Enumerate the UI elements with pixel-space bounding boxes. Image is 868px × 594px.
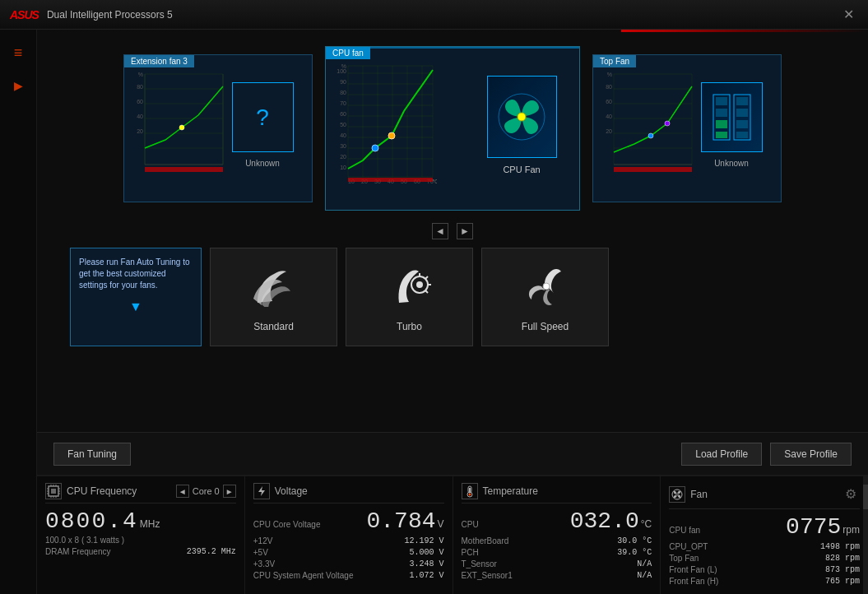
fan-row-value: 828 rpm (825, 554, 860, 563)
fan-row-value: 1498 rpm (820, 542, 860, 551)
standard-mode-label: Standard (253, 321, 294, 332)
voltage-row: +5V5.000 V (253, 548, 444, 557)
voltage-row-label: +12V (253, 536, 273, 545)
svg-text:50: 50 (340, 122, 346, 128)
dram-freq-label: DRAM Frequency (45, 547, 110, 556)
cpu-core-voltage-value-area: 0.784 V (366, 508, 443, 534)
load-profile-button[interactable]: Load Profile (681, 443, 762, 466)
temp-icon (462, 483, 478, 499)
svg-text:60: 60 (606, 99, 612, 104)
cpu-freq-sub: 100.0 x 8 ( 3.1 watts ) (45, 536, 236, 545)
svg-rect-52 (348, 178, 433, 182)
cpu-core-voltage-unit: V (437, 518, 443, 530)
prev-core-button[interactable]: ◄ (176, 485, 189, 498)
fan-cards-row: Extension fan 3 (53, 38, 852, 219)
fan-card-extension-fan-3[interactable]: Extension fan 3 (123, 54, 313, 202)
voltage-row: CPU System Agent Voltage1.072 V (253, 571, 444, 580)
svg-point-31 (372, 145, 378, 151)
svg-text:20: 20 (606, 128, 612, 134)
svg-line-85 (425, 290, 428, 293)
cpu-fan-chart-svg: % 100 90 80 70 60 50 40 30 20 10 (330, 62, 437, 189)
fan-header: Fan ⚙ (669, 483, 860, 509)
fan-chart-svg: % 80 60 40 20 (128, 70, 227, 181)
next-core-button[interactable]: ► (223, 485, 236, 498)
cpu-fan-rpm-row: CPU fan 0775 rpm (669, 514, 860, 540)
fan-3d-box: ? (232, 82, 294, 152)
svg-rect-0 (145, 74, 223, 165)
turbo-mode-label: Turbo (397, 321, 422, 332)
cpu-frequency-panel: CPU Frequency ◄ Core 0 ► 0800.4 MHz 100.… (37, 476, 245, 594)
svg-point-32 (388, 132, 395, 139)
temp-row-label: PCH (462, 548, 479, 557)
fan-mode-full-speed[interactable]: Full Speed (481, 248, 609, 346)
fan-display: Extension fan 3 (37, 30, 868, 432)
svg-point-86 (543, 283, 550, 290)
top-fan-chart-svg: % 80 60 40 20 (597, 70, 696, 181)
fan-card-title: Extension fan 3 (124, 55, 194, 67)
menu-button[interactable]: ≡ (14, 44, 23, 62)
svg-point-107 (675, 493, 679, 496)
core-selector: ◄ Core 0 ► (176, 485, 236, 498)
cpu-freq-unit: MHz (140, 518, 160, 530)
top-fan-label: Unknown (714, 159, 749, 168)
full-speed-mode-label: Full Speed (522, 321, 569, 332)
fan-chart-area: % 80 60 40 20 (128, 70, 227, 185)
temp-row-value: 30.0 °C (617, 536, 652, 545)
svg-text:100: 100 (337, 68, 346, 74)
svg-point-54 (518, 113, 526, 121)
temp-header: Temperature (462, 483, 652, 504)
fan-card-title: CPU fan (326, 47, 370, 59)
svg-text:30: 30 (340, 143, 346, 149)
prev-fan-button[interactable]: ◄ (432, 223, 448, 239)
fan-tuning-button[interactable]: Fan Tuning (53, 443, 131, 466)
cpu-core-voltage-value: 0.784 (366, 508, 435, 534)
next-fan-button[interactable]: ► (457, 223, 473, 239)
fan-label: Unknown (245, 159, 280, 168)
svg-text:20: 20 (137, 128, 143, 134)
voltage-row-value: 12.192 V (404, 536, 443, 545)
dram-freq-row: DRAM Frequency 2395.2 MHz (45, 547, 236, 556)
fan-chart-area: % 100 90 80 70 60 50 40 30 20 10 (330, 62, 437, 177)
svg-text:20: 20 (340, 154, 346, 160)
cpu-fan-rpm-value-area: 0775 rpm (786, 514, 860, 540)
sidebar-menu-icon[interactable]: ≡ (3, 38, 33, 67)
fan-row: Front Fan (L)873 rpm (669, 565, 860, 574)
save-profile-button[interactable]: Save Profile (770, 443, 852, 466)
fan-card-cpu-fan[interactable]: CPU fan (325, 46, 580, 211)
fan-panel: Fan ⚙ CPU fan 0775 rpm CPU_OPT1498 rpmTo… (661, 476, 868, 594)
fan-settings-button[interactable]: ⚙ (842, 483, 860, 505)
svg-text:80: 80 (340, 90, 346, 95)
voltage-title: Voltage (275, 485, 308, 497)
down-arrow-icon: ▼ (129, 298, 142, 316)
sidebar-arrow-icon[interactable]: ▶ (3, 71, 33, 100)
svg-marker-101 (258, 486, 265, 496)
fan-mode-turbo[interactable]: Turbo (346, 248, 473, 346)
toolbar: Fan Tuning Load Profile Save Profile (37, 432, 868, 475)
fan-tip-arrow: ▼ (79, 298, 193, 316)
fan-tip-text: Please run Fan Auto Tuning to get the be… (79, 258, 190, 290)
expand-arrow-icon: ▶ (14, 79, 23, 92)
temp-row-value: 39.0 °C (617, 548, 652, 557)
voltage-row-label: +5V (253, 548, 268, 557)
top-fan-panel-svg (709, 90, 754, 144)
svg-text:80: 80 (606, 84, 612, 90)
cpu-temp-label: CPU (462, 520, 479, 529)
cpu-fan-label: CPU Fan (503, 165, 540, 174)
close-button[interactable]: ✕ (838, 5, 858, 25)
svg-text:40: 40 (340, 132, 346, 138)
fan-icon-area: ? Unknown (225, 72, 299, 179)
dram-freq-value: 2395.2 MHz (187, 547, 236, 556)
voltage-row-label: CPU System Agent Voltage (253, 571, 354, 580)
svg-text:40: 40 (137, 114, 143, 119)
main-container: ≡ ▶ Extension fan 3 (0, 30, 868, 594)
fan-card-top-fan[interactable]: Top Fan % 80 (592, 54, 782, 202)
svg-rect-71 (716, 97, 727, 105)
fan-row-label: CPU_OPT (669, 542, 708, 551)
cpu-fan-blade-svg (493, 84, 550, 150)
fan-mode-standard[interactable]: Standard (210, 248, 337, 346)
cpu-core-voltage-label: CPU Core Voltage (253, 520, 321, 529)
svg-point-61 (648, 133, 653, 138)
svg-text:60: 60 (340, 111, 346, 117)
scroll-thumb[interactable] (863, 485, 868, 509)
svg-rect-78 (736, 120, 748, 128)
